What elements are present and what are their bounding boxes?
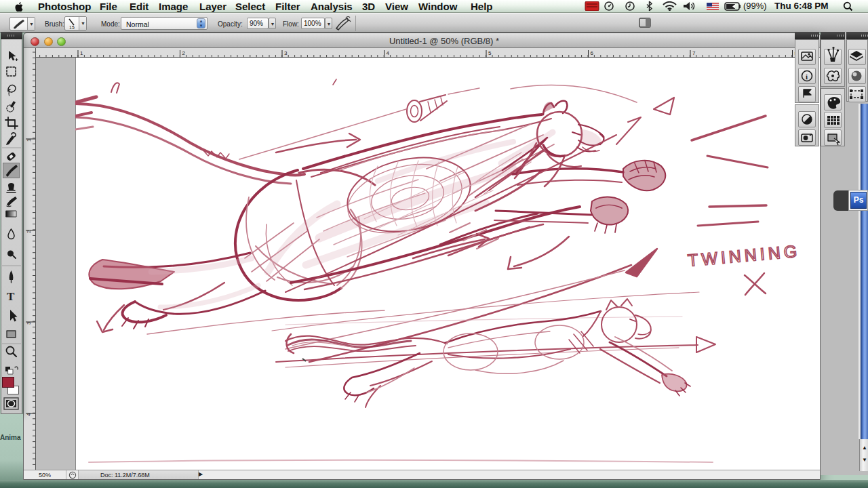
svg-text:4: 4 (26, 413, 32, 416)
svg-text:T: T (7, 290, 15, 303)
svg-text:7: 7 (692, 50, 696, 56)
svg-text:i: i (806, 73, 808, 81)
svg-text:1: 1 (80, 50, 83, 56)
svg-text:2: 2 (26, 230, 32, 233)
svg-text:3: 3 (26, 321, 32, 325)
svg-text:15: 15 (69, 25, 75, 30)
svg-text:5: 5 (488, 50, 492, 56)
svg-text:4: 4 (387, 50, 390, 56)
svg-text:2: 2 (182, 50, 186, 56)
svg-text:3: 3 (284, 50, 288, 56)
svg-text:6: 6 (591, 50, 594, 56)
svg-text:1: 1 (26, 138, 32, 142)
svg-text:TWINNING: TWINNING (687, 241, 801, 270)
